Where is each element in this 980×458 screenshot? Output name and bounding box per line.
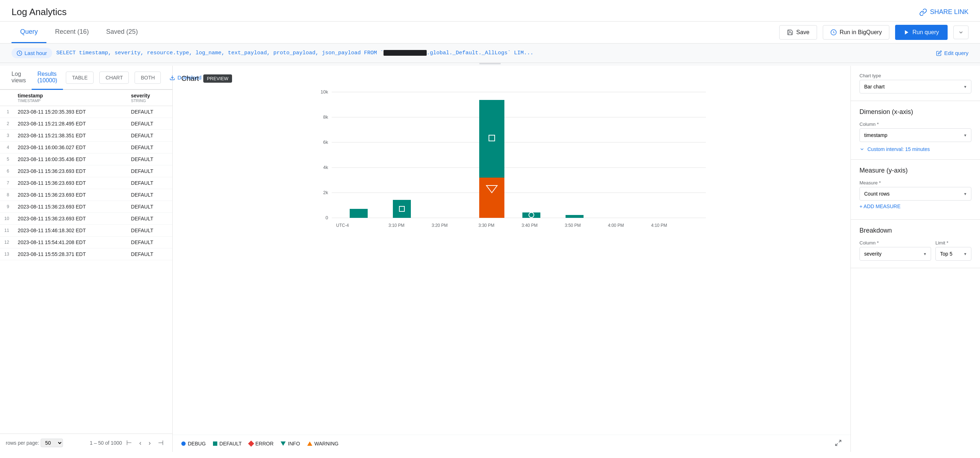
- breakdown-title: Breakdown: [859, 227, 971, 235]
- tab-results[interactable]: Results (10000): [32, 66, 63, 90]
- last-page-button[interactable]: ⊣: [155, 437, 167, 448]
- row-number: 2: [0, 118, 13, 130]
- drag-handle[interactable]: [479, 63, 501, 64]
- measure-title: Measure (y-axis): [859, 167, 971, 174]
- right-panel: Chart type Bar chart Line chart Pie char…: [851, 66, 980, 452]
- tab-saved[interactable]: Saved (25): [97, 22, 146, 43]
- run-bigquery-button[interactable]: Run in BigQuery: [823, 25, 889, 40]
- share-link-button[interactable]: SHARE LINK: [919, 8, 969, 16]
- row-timestamp: 2023-08-11 15:36:23.693 EDT: [13, 213, 127, 225]
- next-page-button[interactable]: ›: [146, 438, 154, 448]
- time-chip[interactable]: Last hour: [11, 48, 52, 58]
- svg-text:10k: 10k: [321, 89, 328, 95]
- row-number: 8: [0, 189, 13, 201]
- redacted-project: [383, 50, 427, 56]
- chart-type-section: Chart type Bar chart Line chart Pie char…: [851, 66, 980, 101]
- table-row[interactable]: 2 2023-08-11 15:21:28.495 EDT DEFAULT: [0, 118, 172, 130]
- row-severity: DEFAULT: [127, 154, 172, 165]
- dimension-column-select[interactable]: timestamp severity: [859, 128, 971, 142]
- page-navigation: 1 – 50 of 1000 ⊢ ‹ › ⊣: [89, 437, 167, 448]
- display-tab-table[interactable]: TABLE: [66, 71, 94, 84]
- view-tabs-bar: Log views Results (10000) TABLE CHART BO…: [0, 66, 172, 90]
- legend-warning-label: WARNING: [315, 441, 339, 447]
- table-row[interactable]: 1 2023-08-11 15:20:35.393 EDT DEFAULT: [0, 106, 172, 118]
- row-timestamp: 2023-08-11 15:36:23.693 EDT: [13, 177, 127, 189]
- chart-panel: Chart PREVIEW 10k 8k 6k 4k 2k 0: [173, 66, 851, 452]
- tab-recent[interactable]: Recent (16): [46, 22, 97, 43]
- measure-wrapper: Count rows Sum Average: [859, 187, 971, 201]
- row-severity: DEFAULT: [127, 106, 172, 118]
- table-row[interactable]: 5 2023-08-11 16:00:35.436 EDT DEFAULT: [0, 154, 172, 165]
- table-row[interactable]: 4 2023-08-11 16:00:36.027 EDT DEFAULT: [0, 142, 172, 154]
- display-tab-both[interactable]: BOTH: [135, 71, 161, 84]
- bar-utc4[interactable]: [350, 209, 368, 218]
- measure-label: Measure *: [859, 180, 971, 185]
- breakdown-limit-wrapper: Top 5 Top 10 Top 20: [935, 247, 971, 261]
- breakdown-section: Breakdown Column * severity resource.typ…: [851, 220, 980, 268]
- row-timestamp: 2023-08-11 15:21:28.495 EDT: [13, 118, 127, 130]
- svg-text:4:10 PM: 4:10 PM: [651, 223, 667, 228]
- pagination-bar: rows per page: 50 100 200 1 – 50 of 1000…: [0, 434, 172, 452]
- bar-330-orange[interactable]: [479, 177, 504, 218]
- svg-text:0: 0: [326, 215, 328, 220]
- chart-type-select[interactable]: Bar chart Line chart Pie chart: [859, 80, 971, 94]
- col-severity: severity STRING: [127, 90, 172, 106]
- table-row[interactable]: 8 2023-08-11 15:36:23.693 EDT DEFAULT: [0, 189, 172, 201]
- bar-350[interactable]: [566, 215, 584, 218]
- breakdown-column-col: Column * severity resource.type log_name: [859, 240, 931, 261]
- breakdown-limit-select[interactable]: Top 5 Top 10 Top 20: [935, 247, 971, 261]
- tab-log-views[interactable]: Log views: [6, 66, 32, 90]
- row-number: 12: [0, 236, 13, 249]
- prev-page-button[interactable]: ‹: [136, 438, 144, 448]
- breakdown-limit-label: Limit *: [935, 240, 971, 246]
- table-row[interactable]: 6 2023-08-11 15:36:23.693 EDT DEFAULT: [0, 165, 172, 177]
- measure-select[interactable]: Count rows Sum Average: [859, 187, 971, 201]
- table-row[interactable]: 12 2023-08-11 15:54:41.208 EDT DEFAULT: [0, 236, 172, 249]
- breakdown-column-select[interactable]: severity resource.type log_name: [859, 247, 931, 261]
- svg-text:8k: 8k: [323, 114, 328, 120]
- save-button[interactable]: Save: [779, 25, 817, 40]
- chart-expand-button[interactable]: [835, 439, 842, 448]
- breakdown-row: Column * severity resource.type log_name…: [859, 240, 971, 261]
- row-timestamp: 2023-08-11 16:00:36.027 EDT: [13, 142, 127, 154]
- bar-340[interactable]: [522, 212, 540, 218]
- row-timestamp: 2023-08-11 15:55:28.371 EDT: [13, 249, 127, 260]
- rows-per-page-select[interactable]: 50 100 200: [41, 439, 63, 447]
- svg-line-30: [839, 441, 841, 442]
- action-buttons: Save Run in BigQuery Run query: [779, 25, 969, 40]
- col-timestamp: timestamp TIMESTAMP: [13, 90, 127, 106]
- custom-interval-toggle[interactable]: Custom interval: 15 minutes: [859, 146, 971, 152]
- rows-per-page: rows per page: 50 100 200: [6, 439, 63, 447]
- custom-interval-label: Custom interval: 15 minutes: [867, 146, 930, 152]
- more-options-button[interactable]: [953, 25, 969, 39]
- svg-text:3:20 PM: 3:20 PM: [432, 223, 448, 228]
- table-row[interactable]: 13 2023-08-11 15:55:28.371 EDT DEFAULT: [0, 249, 172, 260]
- table-row[interactable]: 3 2023-08-11 15:21:38.351 EDT DEFAULT: [0, 130, 172, 142]
- table-row[interactable]: 7 2023-08-11 15:36:23.693 EDT DEFAULT: [0, 177, 172, 189]
- dimension-section: Dimension (x-axis) Column * timestamp se…: [851, 101, 980, 160]
- expand-icon: [835, 439, 842, 447]
- preview-badge: PREVIEW: [203, 74, 232, 83]
- table-row[interactable]: 11 2023-08-11 15:46:18.302 EDT DEFAULT: [0, 225, 172, 236]
- row-timestamp: 2023-08-11 15:20:35.393 EDT: [13, 106, 127, 118]
- edit-icon: [936, 50, 942, 56]
- row-number: 4: [0, 142, 13, 154]
- edit-query-button[interactable]: Edit query: [936, 50, 969, 56]
- table-row[interactable]: 9 2023-08-11 15:36:23.693 EDT DEFAULT: [0, 201, 172, 213]
- row-number: 10: [0, 213, 13, 225]
- bar-310[interactable]: [393, 200, 411, 218]
- add-measure-button[interactable]: + ADD MEASURE: [859, 201, 900, 212]
- tab-query[interactable]: Query: [11, 22, 46, 43]
- dimension-column-label: Column *: [859, 122, 971, 127]
- run-query-button[interactable]: Run query: [895, 25, 948, 40]
- display-tab-chart[interactable]: CHART: [99, 71, 129, 84]
- first-page-button[interactable]: ⊢: [123, 437, 135, 448]
- table-row[interactable]: 10 2023-08-11 15:36:23.693 EDT DEFAULT: [0, 213, 172, 225]
- row-number: 13: [0, 249, 13, 260]
- chart-label: Chart: [181, 74, 199, 83]
- svg-text:4k: 4k: [323, 165, 328, 170]
- breakdown-limit-col: Limit * Top 5 Top 10 Top 20: [935, 240, 971, 261]
- bar-330-teal[interactable]: [479, 100, 504, 177]
- chart-title-row: Chart PREVIEW: [181, 74, 842, 83]
- legend-info-label: INFO: [288, 441, 300, 447]
